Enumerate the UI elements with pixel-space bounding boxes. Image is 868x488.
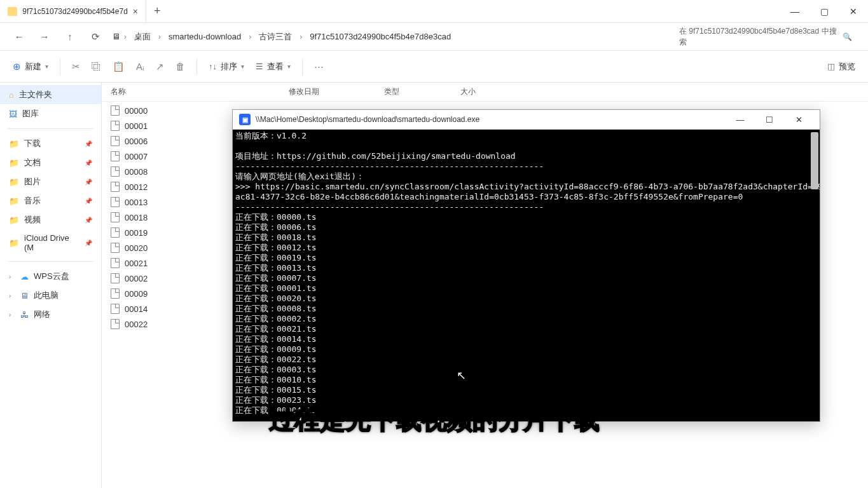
file-icon	[111, 304, 120, 314]
delete-icon[interactable]: 🗑	[176, 61, 185, 72]
file-icon	[111, 136, 120, 146]
file-icon	[111, 166, 120, 177]
file-icon	[111, 273, 120, 283]
pin-icon: 📌	[85, 179, 92, 186]
breadcrumb[interactable]: 🖥 › 桌面 › smartedu-download › 古诗三首 › 9f71…	[112, 30, 666, 44]
file-name: 00002	[125, 274, 148, 283]
cloud-icon: ☁	[20, 272, 29, 281]
chevron-right-icon: ›	[9, 292, 15, 299]
sidebar-item-documents[interactable]: 📁文档📌	[0, 153, 101, 172]
file-name: 00019	[125, 228, 148, 238]
folder-icon	[8, 7, 17, 16]
view-button[interactable]: ☰ 查看 ▾	[256, 61, 291, 72]
home-icon: ⌂	[9, 90, 14, 100]
terminal-body[interactable]: 当前版本：v1.0.2 项目地址：https://github.com/52be…	[233, 130, 820, 421]
breadcrumb-item[interactable]: 古诗三首	[255, 30, 296, 44]
close-icon[interactable]: ×	[133, 6, 138, 17]
paste-icon[interactable]: 📋	[113, 61, 125, 72]
pc-icon: 🖥	[20, 291, 29, 301]
chevron-right-icon: ›	[9, 311, 15, 318]
file-name: 00022	[125, 320, 148, 329]
network-icon: 🖧	[20, 310, 29, 320]
terminal-title: \\Mac\Home\Desktop\smartedu-download\sma…	[256, 115, 479, 124]
terminal-window-controls: — ☐ ✕	[726, 115, 813, 125]
subtitle-text: 过程是先下载视频的分片下载	[269, 402, 600, 437]
pin-icon: 📌	[85, 240, 92, 247]
file-name: 00012	[125, 182, 148, 192]
address-bar: ← → ↑ ⟳ 🖥 › 桌面 › smartedu-download › 古诗三…	[0, 23, 868, 51]
sort-button[interactable]: ↑↓ 排序 ▾	[209, 61, 244, 72]
maximize-button[interactable]: ▢	[809, 0, 839, 23]
folder-icon: 📁	[9, 196, 19, 206]
terminal-window[interactable]: ▣ \\Mac\Home\Desktop\smartedu-download\s…	[232, 109, 820, 422]
toolbar: ⊕新建 ▾ ✂ ⿻ 📋 Aᵢ ↗ 🗑 ↑↓ 排序 ▾ ☰ 查看 ▾ ⋯ ◫ 预览	[0, 51, 868, 83]
chevron-right-icon: ›	[9, 273, 15, 280]
chevron-right-icon: ›	[158, 32, 161, 41]
sidebar-item-music[interactable]: 📁音乐📌	[0, 191, 101, 210]
file-icon	[111, 319, 120, 329]
file-icon	[111, 243, 120, 253]
file-name: 00006	[125, 137, 148, 146]
folder-icon: 📁	[9, 215, 19, 225]
copy-icon[interactable]: ⿻	[92, 61, 101, 72]
terminal-minimize-button[interactable]: —	[726, 115, 755, 125]
tab-title: 9f71c51073d24990bc4f5b4e7d	[22, 7, 128, 16]
breadcrumb-item[interactable]: smartedu-download	[165, 30, 245, 43]
terminal-titlebar[interactable]: ▣ \\Mac\Home\Desktop\smartedu-download\s…	[233, 110, 820, 130]
file-icon	[111, 121, 120, 131]
sidebar-item-videos[interactable]: 📁视频📌	[0, 210, 101, 229]
file-name: 00007	[125, 152, 148, 161]
search-icon: 🔍	[843, 32, 852, 41]
terminal-maximize-button[interactable]: ☐	[755, 115, 784, 125]
file-icon	[111, 258, 120, 268]
sidebar-item-pictures[interactable]: 📁图片📌	[0, 172, 101, 191]
terminal-close-button[interactable]: ✕	[784, 115, 813, 125]
new-tab-button[interactable]: +	[146, 4, 169, 18]
back-button[interactable]: ←	[10, 28, 28, 46]
scrollbar-thumb[interactable]	[811, 132, 818, 189]
more-icon[interactable]: ⋯	[314, 61, 324, 72]
window-controls: — ▢ ✕	[780, 0, 868, 23]
column-name[interactable]: 名称	[111, 86, 289, 97]
breadcrumb-item[interactable]: 桌面	[130, 30, 155, 44]
share-icon[interactable]: ↗	[156, 61, 164, 72]
file-icon	[111, 227, 120, 238]
folder-icon: 📁	[9, 158, 19, 168]
chevron-right-icon: ›	[300, 32, 302, 41]
file-name: 00020	[125, 243, 148, 253]
search-placeholder: 在 9f71c51073d24990bc4f5b4e7d8e3cad 中搜索	[679, 26, 839, 48]
sidebar-item-thispc[interactable]: ›🖥此电脑	[0, 286, 101, 305]
sidebar-item-downloads[interactable]: 📁下载📌	[0, 134, 101, 153]
sidebar-item-wps[interactable]: ›☁WPS云盘	[0, 267, 101, 286]
column-date[interactable]: 修改日期	[289, 86, 384, 97]
refresh-button[interactable]: ⟳	[86, 28, 104, 46]
sidebar-item-gallery[interactable]: 🖼图库	[0, 104, 101, 123]
folder-icon: 📁	[9, 177, 19, 187]
tab-folder[interactable]: 9f71c51073d24990bc4f5b4e7d ×	[0, 0, 146, 22]
minimize-button[interactable]: —	[780, 0, 809, 23]
folder-icon: 📁	[9, 139, 19, 149]
preview-button[interactable]: ◫ 预览	[827, 61, 855, 72]
forward-button[interactable]: →	[36, 28, 53, 46]
up-button[interactable]: ↑	[61, 28, 79, 46]
sidebar-item-icloud[interactable]: 📁iCloud Drive (M📌	[0, 229, 101, 256]
sidebar-item-network[interactable]: ›🖧网络	[0, 305, 101, 324]
chevron-right-icon: ›	[124, 32, 127, 41]
close-window-button[interactable]: ✕	[839, 0, 868, 23]
file-name: 00000	[125, 106, 148, 116]
folder-icon: 📁	[9, 238, 19, 248]
breadcrumb-item[interactable]: 9f71c51073d24990bc4f5b4e7d8e3cad	[306, 30, 455, 43]
cut-icon[interactable]: ✂	[72, 61, 80, 72]
gallery-icon: 🖼	[9, 109, 17, 119]
column-size[interactable]: 大小	[460, 86, 524, 97]
app-icon: ▣	[239, 114, 251, 125]
rename-icon[interactable]: Aᵢ	[136, 61, 144, 72]
pin-icon: 📌	[85, 140, 92, 147]
file-icon	[111, 151, 120, 161]
file-name: 00021	[125, 259, 148, 268]
column-type[interactable]: 类型	[384, 86, 460, 97]
search-box[interactable]: 在 9f71c51073d24990bc4f5b4e7d8e3cad 中搜索 🔍	[673, 23, 858, 51]
file-icon	[111, 197, 120, 207]
new-button[interactable]: ⊕新建 ▾	[13, 61, 48, 72]
sidebar-item-home[interactable]: ⌂主文件夹	[0, 85, 101, 104]
